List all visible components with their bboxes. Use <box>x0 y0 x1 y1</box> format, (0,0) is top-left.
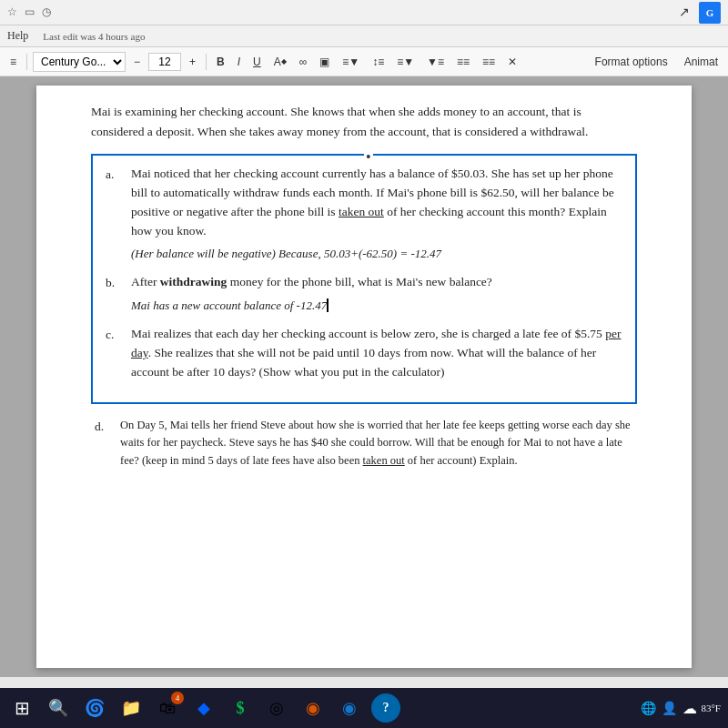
title-bar: ☆ ▭ ◷ ↗ G <box>0 0 728 25</box>
store-icon[interactable]: 🛍 4 <box>153 693 182 723</box>
image-btn[interactable]: ▣ <box>315 54 334 70</box>
font-name-select[interactable]: Century Go... <box>33 52 126 72</box>
question-d-label: d. <box>95 417 111 436</box>
question-a: a. Mai noticed that her checking account… <box>106 165 622 262</box>
indent2-btn[interactable]: ≡≡ <box>478 54 500 70</box>
taskbar: ⊞ 🔍 🌀 📁 🛍 4 ◆ $ ◎ ◉ ◉ ? 🌐 👤 ☁ 83°F <box>0 688 728 728</box>
question-c: c. Mai realizes that each day her checki… <box>106 325 622 382</box>
edge-icon[interactable]: 🌀 <box>80 693 109 723</box>
clear-btn[interactable]: ✕ <box>503 54 521 70</box>
italic-btn[interactable]: I <box>233 54 245 70</box>
taskbar-tray: 🌐 👤 ☁ 83°F <box>641 700 721 717</box>
question-d-underline: taken out <box>363 454 405 467</box>
question-b-text: After withdrawing money for the phone bi… <box>131 273 622 292</box>
store-badge: 4 <box>171 692 184 704</box>
question-c-label: c. <box>106 325 122 344</box>
question-a-text: Mai noticed that her checking account cu… <box>131 165 622 241</box>
question-b-row: b. After withdrawing money for the phone… <box>106 273 622 292</box>
menu-help[interactable]: Help <box>7 29 28 43</box>
cash-icon[interactable]: $ <box>226 693 255 723</box>
question-b-label: b. <box>106 273 122 292</box>
document-area: Mai is examining her checking account. S… <box>0 76 728 677</box>
outdent-btn[interactable]: ≡≡ <box>452 54 474 70</box>
bookmark-icon[interactable]: ▭ <box>25 5 35 19</box>
bold-btn[interactable]: B <box>212 54 229 70</box>
title-bar-icons: ☆ ▭ ◷ <box>7 5 51 19</box>
question-box: a. Mai noticed that her checking account… <box>91 154 637 404</box>
text-cursor <box>327 298 329 312</box>
question-c-row: c. Mai realizes that each day her checki… <box>106 325 622 382</box>
format-options-area: Format options Animat <box>591 54 723 70</box>
question-b: b. After withdrawing money for the phone… <box>106 273 622 314</box>
dropbox-icon[interactable]: ◆ <box>189 693 218 723</box>
text-color-btn[interactable]: A◆ <box>269 54 291 70</box>
chrome-icon[interactable]: ◎ <box>262 693 291 723</box>
network-icon: 🌐 <box>641 701 656 716</box>
menu-bar: Help Last edit was 4 hours ago <box>0 25 728 47</box>
linespacing-btn[interactable]: ↕≡ <box>368 54 389 70</box>
doc-intro-text: Mai is examining her checking account. S… <box>91 102 637 141</box>
question-b-bold: withdrawing <box>160 275 228 288</box>
font-decrease-btn[interactable]: − <box>129 54 145 70</box>
question-c-text: Mai realizes that each day her checking … <box>131 325 622 382</box>
toolbar: ≡ Century Go... − + B I U A◆ ∞ ▣ ≡▼ ↕≡ ≡… <box>0 47 728 76</box>
font-increase-btn[interactable]: + <box>185 54 200 70</box>
toolbar-menu-btn[interactable]: ≡ <box>5 54 21 70</box>
weather-display: ☁ 83°F <box>682 700 721 717</box>
person-icon: 👤 <box>662 701 677 716</box>
question-a-underline: taken out <box>339 205 384 218</box>
app-orange-icon[interactable]: ◉ <box>298 693 328 723</box>
temperature-label: 83°F <box>701 703 721 713</box>
doc-page[interactable]: Mai is examining her checking account. S… <box>36 86 692 668</box>
start-button[interactable]: ⊞ <box>7 693 36 723</box>
intro-paragraph: Mai is examining her checking account. S… <box>91 105 588 138</box>
graph-icon: ↗ <box>679 5 690 20</box>
animate-btn[interactable]: Animat <box>680 54 723 70</box>
format-options-btn[interactable]: Format options <box>591 54 672 70</box>
link-btn[interactable]: ∞ <box>295 54 312 70</box>
toolbar-sep-2 <box>206 54 207 70</box>
underline-btn[interactable]: U <box>248 54 266 70</box>
toolbar-sep-1 <box>26 54 27 70</box>
question-a-answer: (Her balance will be negative) Because, … <box>131 245 622 263</box>
font-size-input[interactable] <box>148 53 181 71</box>
help-circle-icon[interactable]: ? <box>371 693 400 723</box>
search-icon[interactable]: 🔍 <box>44 693 73 723</box>
clock-icon[interactable]: ◷ <box>42 5 51 19</box>
question-a-row: a. Mai noticed that her checking account… <box>106 165 622 241</box>
star-icon[interactable]: ☆ <box>7 5 17 19</box>
app-blue-icon[interactable]: ◉ <box>335 693 364 723</box>
question-d-text: On Day 5, Mai tells her friend Steve abo… <box>120 417 637 470</box>
explorer-icon[interactable]: 📁 <box>116 693 146 723</box>
question-c-underline: per day <box>131 327 621 359</box>
question-a-label: a. <box>106 165 122 184</box>
last-edit-label: Last edit was 4 hours ago <box>43 31 145 42</box>
indent-btn[interactable]: ▼≡ <box>422 54 449 70</box>
cloud-icon: ☁ <box>682 700 697 717</box>
question-d: d. On Day 5, Mai tells her friend Steve … <box>91 417 637 470</box>
question-b-answer: Mai has a new account balance of -12.47 <box>131 297 622 315</box>
align-btn[interactable]: ≡▼ <box>338 54 364 70</box>
list-btn[interactable]: ≡▼ <box>392 54 419 70</box>
window-icon: G <box>699 2 721 24</box>
